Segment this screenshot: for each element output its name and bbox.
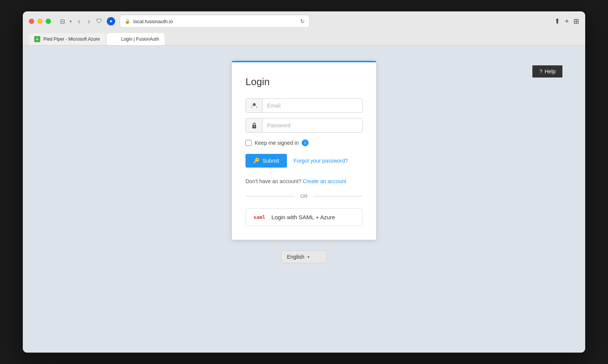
language-dropdown[interactable]: English ▾ [281,250,327,263]
page-content: Login [23,46,585,353]
keep-signed-row: Keep me signed in i [245,139,363,146]
chevron-down-icon: ▾ [70,19,72,24]
forgot-password-link[interactable]: Forgot your password? [294,158,348,164]
tab-fusionauth[interactable]: ⊙ Login | FusionAuth [107,33,165,45]
help-icon: ? [539,68,542,74]
tab-favicon-azure: A [34,36,40,42]
tab-label-fusionauth: Login | FusionAuth [121,36,159,42]
login-title: Login [245,76,363,88]
close-button[interactable] [29,19,34,24]
shield-icon: 🛡 [96,18,102,25]
tab-bar: A Pied Piper - Microsoft Azure ⊙ Login |… [23,31,585,46]
divider-left [245,196,295,196]
refresh-button[interactable]: ↻ [300,18,305,24]
lock-icon: 🔒 [125,19,130,24]
no-account-text: Don't have an account? [245,178,301,184]
url-text: local.fusionauth.io [133,19,297,24]
keep-signed-label: Keep me signed in [255,140,299,146]
back-button[interactable]: ‹ [76,17,82,26]
user-icon [246,99,263,112]
or-text: OR [300,193,308,199]
saml-login-button[interactable]: saml Login with SAML + Azure [245,208,363,226]
divider-right [313,196,363,196]
bitwarden-icon[interactable] [107,17,115,25]
share-button[interactable]: ⬆ [554,17,560,25]
help-button[interactable]: ? Help [532,65,562,78]
email-field[interactable] [263,99,362,112]
maximize-button[interactable] [46,19,51,24]
password-input-group [245,118,363,133]
tab-label-azure: Pied Piper - Microsoft Azure [43,36,100,42]
grid-button[interactable]: ⊞ [573,17,579,25]
chevron-down-icon: ▾ [307,255,310,260]
help-label: Help [545,68,556,74]
sidebar-toggle-button[interactable]: ⊟ [59,17,66,26]
new-tab-button[interactable]: + [565,17,569,25]
password-field[interactable] [263,119,362,132]
login-card: Login [232,61,376,240]
language-label: English [287,254,304,260]
minimize-button[interactable] [37,19,43,24]
register-row: Don't have an account? Create an account [245,178,363,184]
submit-label: Submit [263,158,279,164]
keep-signed-checkbox[interactable] [245,140,252,146]
saml-button-label: Login with SAML + Azure [271,214,335,220]
traffic-lights [29,19,51,24]
submit-button[interactable]: 🔑 Submit [245,154,287,168]
submit-row: 🔑 Submit Forgot your password? [245,154,363,168]
email-input-group [245,98,363,113]
address-bar[interactable]: 🔒 local.fusionauth.io ↻ [120,15,310,28]
tab-azure[interactable]: A Pied Piper - Microsoft Azure [29,33,105,45]
tab-favicon-fusionauth: ⊙ [112,36,118,42]
svg-point-3 [253,126,254,127]
browser-controls: ⊟ ▾ [59,17,72,26]
key-icon: 🔑 [253,158,260,164]
info-icon[interactable]: i [302,139,309,146]
lock-field-icon [246,119,263,132]
saml-tag: saml [253,214,265,220]
svg-point-0 [110,21,112,22]
forward-button[interactable]: › [86,17,92,26]
or-divider: OR [245,193,363,199]
language-selector: English ▾ [281,250,327,263]
browser-actions: ⬆ + ⊞ [554,17,579,25]
create-account-link[interactable]: Create an account [303,178,346,184]
